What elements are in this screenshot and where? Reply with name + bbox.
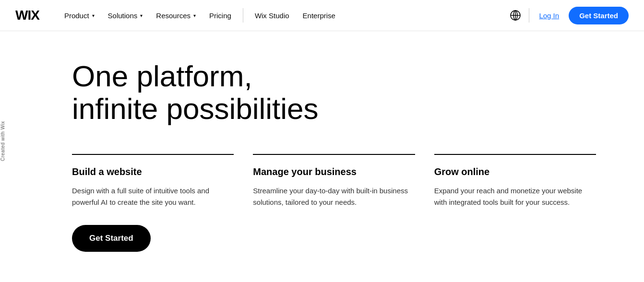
card-divider bbox=[253, 154, 415, 155]
card-description: Expand your reach and monetize your webs… bbox=[434, 185, 596, 208]
card-description: Design with a full suite of intuitive to… bbox=[72, 185, 234, 208]
nav-item-product[interactable]: Product ▾ bbox=[59, 8, 100, 24]
globe-icon[interactable] bbox=[510, 10, 521, 21]
card-title: Build a website bbox=[72, 166, 234, 177]
navbar: WIX Product ▾ Solutions ▾ Resources ▾ Pr… bbox=[0, 0, 644, 31]
nav-item-enterprise[interactable]: Enterprise bbox=[297, 8, 341, 24]
chevron-down-icon: ▾ bbox=[92, 13, 95, 18]
card-manage-business: Manage your business Streamline your day… bbox=[253, 154, 415, 252]
nav-get-started-button[interactable]: Get Started bbox=[569, 7, 629, 24]
card-build-website: Build a website Design with a full suite… bbox=[72, 154, 234, 252]
card-description: Streamline your day-to-day with built-in… bbox=[253, 185, 415, 208]
feature-cards: Build a website Design with a full suite… bbox=[72, 154, 596, 252]
main-content: One platform, infinite possibilities Bui… bbox=[0, 31, 644, 281]
card-title: Grow online bbox=[434, 166, 596, 177]
nav-divider-right bbox=[529, 8, 529, 23]
hero-get-started-button[interactable]: Get Started bbox=[72, 225, 151, 252]
nav-divider bbox=[243, 8, 243, 23]
nav-right: Log In Get Started bbox=[510, 7, 629, 24]
card-grow-online: Grow online Expand your reach and moneti… bbox=[434, 154, 596, 252]
chevron-down-icon: ▾ bbox=[140, 13, 143, 18]
nav-item-wix-studio[interactable]: Wix Studio bbox=[249, 8, 295, 24]
brand-logo[interactable]: WIX bbox=[15, 8, 39, 23]
hero-title: One platform, infinite possibilities bbox=[72, 60, 408, 125]
card-title: Manage your business bbox=[253, 166, 415, 177]
card-divider bbox=[434, 154, 596, 155]
card-divider bbox=[72, 154, 234, 155]
sidebar-created-label: Created with Wix bbox=[0, 121, 5, 161]
login-link[interactable]: Log In bbox=[537, 8, 561, 24]
nav-item-solutions[interactable]: Solutions ▾ bbox=[102, 8, 149, 24]
nav-item-resources[interactable]: Resources ▾ bbox=[150, 8, 202, 24]
nav-item-pricing[interactable]: Pricing bbox=[203, 8, 237, 24]
chevron-down-icon: ▾ bbox=[193, 13, 196, 18]
nav-links: Product ▾ Solutions ▾ Resources ▾ Pricin… bbox=[59, 8, 510, 24]
